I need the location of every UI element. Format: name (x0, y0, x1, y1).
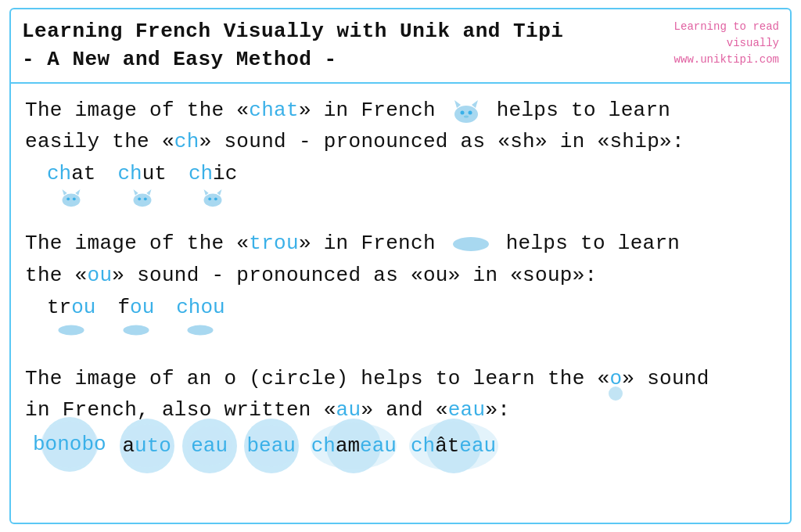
svg-marker-18 (217, 189, 221, 196)
o-words-row: bonobo auto eau (33, 433, 776, 459)
word-auto: auto (120, 434, 174, 458)
svg-point-3 (460, 110, 464, 114)
mini-cat-chic (201, 187, 224, 207)
section-chat-text2: easily the «ch» sound - pronounced as «s… (25, 126, 776, 157)
word-chut: chut (117, 162, 166, 185)
ou-words-row: trou fou chou (47, 296, 776, 336)
svg-marker-7 (63, 189, 67, 196)
subtitle-line2: visually (674, 35, 779, 52)
svg-point-10 (73, 198, 76, 201)
word-chou: chou (176, 296, 224, 319)
svg-point-15 (144, 198, 147, 201)
cat-icon (451, 97, 481, 124)
subtitle-line3: www.uniktipi.com (674, 52, 779, 68)
svg-point-25 (609, 386, 623, 401)
word-chic: chic (189, 162, 237, 185)
section-o: The image of an o (circle) helps to lear… (25, 363, 776, 467)
svg-marker-12 (133, 189, 138, 196)
word-eau: eau (188, 434, 232, 458)
word-beau: beau (246, 434, 297, 458)
title-line2: - A New and Easy Method - (22, 45, 563, 74)
title-line1: Learning French Visually with Unik and T… (22, 17, 563, 45)
subtitle-line1: Learning to read (674, 19, 779, 35)
word-fou: fou (117, 296, 154, 319)
word-trou: trou (47, 296, 95, 319)
header-subtitle: Learning to read visually www.uniktipi.c… (674, 19, 779, 68)
svg-point-20 (214, 198, 217, 201)
svg-marker-8 (76, 189, 81, 196)
mini-cat-chat (59, 187, 83, 207)
svg-point-14 (138, 198, 141, 201)
word-chateau: château (411, 434, 496, 458)
svg-marker-2 (472, 100, 478, 108)
mini-hole-chou (186, 324, 214, 336)
svg-marker-13 (146, 189, 151, 196)
svg-point-9 (66, 198, 70, 201)
svg-point-19 (208, 198, 211, 201)
section-trou-text1: The image of the «trou» in French helps … (25, 228, 776, 259)
chat-text1: The image of the «chat» in French (25, 99, 448, 122)
mini-cat-chut (131, 187, 154, 207)
chat-text2: helps to learn (497, 99, 671, 122)
svg-marker-1 (454, 100, 461, 108)
header-title: Learning French Visually with Unik and T… (22, 17, 563, 74)
header: Learning French Visually with Unik and T… (11, 9, 790, 84)
o-underline-circle (609, 386, 623, 401)
main-container: Learning French Visually with Unik and T… (9, 8, 792, 524)
svg-point-16 (204, 194, 222, 207)
ch-words-row: chat chut (47, 162, 776, 204)
section-chat-text: The image of the «chat» in French helps … (25, 95, 776, 126)
svg-point-22 (59, 325, 84, 335)
mini-hole-trou (57, 324, 85, 336)
section-chat: The image of the «chat» in French helps … (25, 95, 776, 211)
section-trou-text2: the «ou» sound - pronounced as «ou» in «… (25, 260, 776, 291)
section-o-text1: The image of an o (circle) helps to lear… (25, 363, 776, 394)
trou-icon (451, 235, 490, 253)
svg-point-21 (453, 237, 489, 251)
svg-point-6 (63, 194, 81, 207)
section-trou: The image of the «trou» in French helps … (25, 228, 776, 350)
svg-point-4 (468, 110, 472, 114)
svg-marker-17 (204, 189, 209, 196)
svg-point-5 (464, 115, 469, 117)
word-bonobo: bonobo (33, 433, 106, 456)
svg-point-23 (123, 325, 149, 335)
word-chat: chat (47, 162, 95, 185)
svg-point-24 (188, 325, 214, 335)
svg-point-0 (454, 106, 478, 123)
word-chameau: chameau (311, 434, 397, 458)
content: The image of the «chat» in French helps … (11, 84, 790, 523)
mini-hole-fou (122, 324, 150, 336)
svg-point-11 (133, 194, 151, 207)
